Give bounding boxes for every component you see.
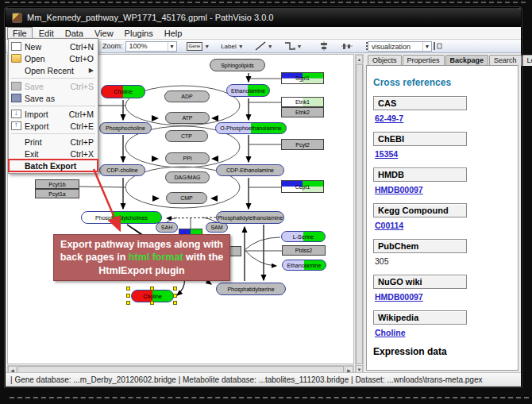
node-o-phosphoethanolamine[interactable]: O-Phosphoethanolamine bbox=[215, 122, 287, 134]
connector-tool-button[interactable]: ▼ bbox=[283, 40, 304, 52]
node-etnk1[interactable]: Etnk1 bbox=[281, 97, 324, 107]
cross-references-heading: Cross references bbox=[373, 77, 511, 88]
node-cmp[interactable]: CMP bbox=[166, 192, 207, 204]
xref-link[interactable]: HMDB00097 bbox=[375, 292, 423, 302]
title-bar[interactable]: Mm_Kennedy_pathway_WP1771_45176.gpml - P… bbox=[6, 8, 521, 27]
xref-section-cas: CAS 62-49-7 bbox=[373, 96, 511, 125]
file-menu-save-as[interactable]: Save as bbox=[9, 92, 98, 104]
node-sgpl1[interactable]: Sgpl1 bbox=[281, 72, 324, 84]
file-menu-new[interactable]: New Ctrl+N bbox=[9, 40, 98, 52]
file-menu-open-recent[interactable]: Open Recent ▶ bbox=[9, 64, 98, 76]
selection-handle[interactable] bbox=[126, 294, 130, 298]
selection-handle[interactable] bbox=[173, 287, 177, 290]
menu-data[interactable]: Data bbox=[60, 28, 88, 39]
node-pcyt1b[interactable]: Pcyt1b bbox=[35, 179, 79, 189]
label-tool-button[interactable]: Label ▼ bbox=[219, 40, 245, 52]
chevron-down-icon[interactable]: ▼ bbox=[204, 44, 210, 49]
xref-link[interactable]: C00114 bbox=[375, 221, 403, 230]
node-phosphatidylethanolamine[interactable]: Phosphatidylethanolamine bbox=[216, 211, 284, 224]
selection-handle[interactable] bbox=[150, 287, 154, 290]
selection-handle[interactable] bbox=[150, 301, 154, 305]
node-pcyt2[interactable]: Pcyt2 bbox=[281, 139, 324, 150]
selection-handle[interactable] bbox=[173, 301, 177, 305]
align-center-x-button[interactable] bbox=[317, 40, 331, 52]
line-icon bbox=[255, 41, 266, 51]
chevron-down-icon[interactable]: ▼ bbox=[422, 42, 431, 51]
node-ctp[interactable]: CTP bbox=[165, 130, 208, 142]
menu-plugins[interactable]: Plugins bbox=[120, 28, 158, 39]
file-menu-export[interactable]: Export Ctrl+E bbox=[9, 120, 98, 132]
menu-item-label: Export bbox=[25, 121, 67, 131]
align-center-y-button[interactable] bbox=[340, 40, 354, 52]
vertical-scrollbar[interactable]: ▲ ▼ bbox=[355, 54, 364, 375]
xref-link[interactable]: HMDB00097 bbox=[375, 185, 423, 194]
xref-link[interactable]: 62-49-7 bbox=[375, 114, 403, 123]
selection-handle[interactable] bbox=[173, 294, 177, 298]
menu-help[interactable]: Help bbox=[160, 28, 187, 39]
node-cept1[interactable]: Cept1 bbox=[281, 180, 324, 193]
node-phosphatidylcholines[interactable]: Phosphatidylcholines bbox=[81, 211, 162, 224]
file-menu-batch-export[interactable]: Batch Export bbox=[9, 160, 98, 171]
menu-view[interactable]: View bbox=[90, 28, 118, 39]
tab-objects[interactable]: Objects bbox=[368, 55, 402, 66]
export-icon bbox=[11, 121, 21, 130]
file-menu-open[interactable]: Open Ctrl+O bbox=[9, 52, 98, 64]
node-cdp-choline[interactable]: CDP-choline bbox=[99, 164, 145, 176]
tab-search[interactable]: Search bbox=[489, 55, 522, 66]
file-menu-exit[interactable]: Exit Ctrl+X bbox=[9, 148, 98, 160]
node-ethanolamine-bottom[interactable]: Ethanolamine bbox=[282, 260, 326, 271]
scroll-up-icon[interactable]: ▲ bbox=[356, 55, 363, 63]
node-l-serine[interactable]: L-Serine bbox=[281, 231, 326, 242]
selection-handle[interactable] bbox=[126, 301, 130, 305]
gene-datanode-button[interactable]: Gene ▼ bbox=[185, 40, 212, 52]
tab-legend[interactable]: Legend bbox=[522, 55, 532, 66]
xref-db-name: ChEBI bbox=[373, 132, 467, 146]
menu-item-label: Batch Export bbox=[25, 161, 94, 171]
chevron-down-icon[interactable]: ▼ bbox=[238, 44, 244, 49]
visualization-combobox[interactable]: visualization ▼ bbox=[368, 41, 432, 52]
file-menu-print[interactable]: Print Ctrl+P bbox=[9, 136, 98, 148]
node-ppi[interactable]: PPi bbox=[165, 152, 210, 164]
xref-value: 305 bbox=[375, 256, 389, 266]
chevron-down-icon[interactable]: ▼ bbox=[297, 44, 303, 49]
node-cdp-ethanolamine[interactable]: CDP-Ethanolamine bbox=[216, 164, 284, 176]
chevron-down-icon[interactable]: ▼ bbox=[268, 44, 273, 49]
node-sphingolipids[interactable]: Sphingolipids bbox=[210, 59, 265, 71]
node-phosphatidylserine[interactable]: Phosphatidylserine bbox=[216, 283, 286, 295]
xref-section-kegg: Kegg Compound C00114 bbox=[373, 203, 511, 232]
xref-section-nugo: NuGO wiki HMDB00097 bbox=[373, 275, 511, 303]
callout-highlight: html format bbox=[129, 252, 183, 263]
node-phosphocholine[interactable]: Phosphocholine bbox=[99, 122, 152, 134]
xref-link[interactable]: 15354 bbox=[375, 149, 398, 159]
node-adp[interactable]: ADP bbox=[164, 90, 210, 102]
xref-section-chebi: ChEBI 15354 bbox=[373, 132, 511, 160]
menu-item-shortcut: Ctrl+N bbox=[70, 42, 94, 52]
window-title: Mm_Kennedy_pathway_WP1771_45176.gpml - P… bbox=[27, 13, 273, 22]
tab-properties[interactable]: Properties bbox=[403, 55, 445, 66]
node-choline-top[interactable]: Choline bbox=[101, 85, 145, 98]
file-menu-save: Save Ctrl+S bbox=[9, 80, 98, 92]
zoom-label: Zoom: bbox=[102, 42, 123, 50]
node-dag-mag[interactable]: DAG/MAG bbox=[165, 171, 210, 183]
menu-item-shortcut: Ctrl+P bbox=[71, 137, 94, 147]
vertical-scroll-thumb[interactable] bbox=[356, 64, 363, 364]
chevron-down-icon[interactable]: ▼ bbox=[168, 42, 176, 51]
line-tool-button[interactable]: ▼ bbox=[253, 40, 275, 52]
selection-handle[interactable] bbox=[126, 287, 130, 290]
tab-backpage[interactable]: Backpage bbox=[445, 55, 489, 66]
node-ptdss2[interactable]: Ptdss2 bbox=[282, 245, 326, 256]
node-atp[interactable]: ATP bbox=[165, 112, 210, 124]
visualization-value: visualization bbox=[368, 43, 422, 51]
zoom-combobox[interactable]: 100% ▼ bbox=[125, 41, 177, 52]
common-height-icon bbox=[432, 41, 443, 51]
node-pcyt1a[interactable]: Pcyt1a bbox=[35, 189, 79, 198]
label-tool-text: Label bbox=[221, 43, 237, 50]
common-height-button[interactable] bbox=[430, 40, 445, 52]
xref-link[interactable]: Choline bbox=[375, 328, 406, 337]
menu-edit[interactable]: Edit bbox=[34, 28, 59, 39]
node-ethanolamine-top[interactable]: Ethanolamine bbox=[226, 84, 270, 97]
file-menu-import[interactable]: Import Ctrl+M bbox=[9, 108, 98, 120]
node-sah[interactable]: SAH bbox=[156, 222, 178, 233]
node-etnk2[interactable]: Etnk2 bbox=[281, 107, 324, 117]
backpage-content[interactable]: Cross references CAS 62-49-7 ChEBI 15354… bbox=[366, 65, 519, 371]
